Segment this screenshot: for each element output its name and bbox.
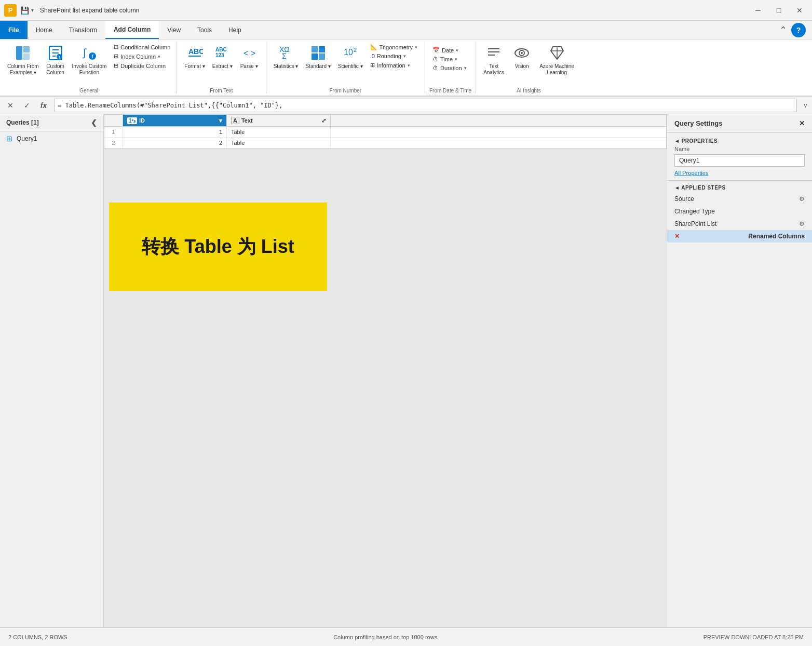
time-button[interactable]: ⏱ Time ▾ [429, 55, 470, 63]
status-bar: 2 COLUMNS, 2 ROWS Column profiling based… [0, 627, 812, 646]
svg-rect-21 [312, 53, 318, 60]
text-col-header[interactable]: A Text ⤢ [227, 115, 331, 126]
text-analytics-button[interactable]: TextAnalytics [480, 42, 507, 78]
formula-cancel-button[interactable]: ✕ [4, 99, 17, 112]
index-column-button[interactable]: ⊞ Index Column ▾ [111, 52, 173, 61]
id-col-header[interactable]: 1²₃ ID ▾ [123, 115, 227, 126]
menu-tools[interactable]: Tools [189, 21, 220, 39]
svg-rect-22 [319, 53, 325, 60]
custom-column-button[interactable]: f CustomColumn [43, 42, 68, 78]
collapse-ribbon-icon[interactable]: ⌃ [779, 24, 787, 36]
rounding-button[interactable]: .0 Rounding ▾ [367, 52, 421, 60]
information-icon: ⊞ [370, 62, 375, 69]
ribbon-group-from-number: XΩ Σ Statistics ▾ Standard ▾ [266, 42, 425, 93]
maximize-button[interactable]: □ [770, 3, 787, 18]
step-source[interactable]: Source ⚙ [667, 193, 812, 205]
step-sharepoint-list-gear-icon[interactable]: ⚙ [799, 220, 805, 227]
statistics-icon: XΩ Σ [277, 44, 295, 62]
svg-text:∫: ∫ [83, 47, 87, 59]
from-text-buttons: ABC Format ▾ ABC 123 Extract ▾ [181, 42, 261, 88]
status-columns-rows: 2 COLUMNS, 2 ROWS [8, 634, 67, 640]
statistics-button[interactable]: XΩ Σ Statistics ▾ [270, 42, 302, 72]
minimize-button[interactable]: ─ [750, 3, 766, 18]
information-button[interactable]: ⊞ Information ▾ [367, 61, 421, 70]
svg-rect-1 [23, 46, 30, 52]
step-changed-type[interactable]: Changed Type [667, 205, 812, 218]
date-icon: 📅 [432, 47, 440, 53]
formula-expand-icon[interactable]: ∨ [803, 102, 808, 109]
parse-button[interactable]: < > Parse ▾ [237, 42, 262, 72]
format-button[interactable]: ABC Format ▾ [181, 42, 208, 72]
step-renamed-columns-error-icon: ✕ [674, 233, 680, 240]
query-settings-header: Query Settings ✕ [667, 114, 812, 133]
menu-add-column[interactable]: Add Column [105, 21, 159, 39]
svg-text:ABC: ABC [188, 47, 203, 56]
step-source-gear-icon[interactable]: ⚙ [799, 195, 805, 203]
duplicate-column-label: Duplicate Column [120, 63, 166, 69]
table-row: 2 2 Table [104, 138, 666, 149]
save-icon[interactable]: 💾 [20, 6, 29, 15]
formula-confirm-button[interactable]: ✓ [21, 99, 33, 112]
text-expand-icon[interactable]: ⤢ [321, 117, 326, 124]
id-cell: 1 [123, 127, 227, 137]
trigonometry-button[interactable]: 📐 Trigonometry ▾ [367, 43, 421, 51]
queries-collapse-button[interactable]: ❮ [91, 118, 97, 127]
ribbon-group-from-text: ABC Format ▾ ABC 123 Extract ▾ [177, 42, 266, 93]
extract-label: Extract ▾ [212, 63, 233, 70]
menu-file[interactable]: File [0, 21, 28, 39]
name-input[interactable] [674, 154, 805, 167]
id-type-icon: 1²₃ [127, 117, 137, 124]
index-column-icon: ⊞ [114, 53, 118, 60]
svg-text:123: 123 [215, 52, 224, 58]
invoke-custom-function-button[interactable]: ∫ f Invoke CustomFunction [69, 42, 110, 78]
menu-bar: File Home Transform Add Column View Tool… [0, 21, 812, 39]
svg-rect-2 [23, 53, 30, 60]
duration-button[interactable]: ⏱ Duration ▾ [429, 64, 470, 72]
step-changed-type-label: Changed Type [674, 208, 715, 215]
applied-steps-list: Source ⚙ Changed Type SharePoint List ⚙ … [667, 193, 812, 243]
formula-fx-button[interactable]: fx [37, 99, 50, 112]
id-filter-icon[interactable]: ▾ [219, 117, 222, 124]
title-dropdown[interactable]: ▾ [31, 7, 34, 13]
duration-icon: ⏱ [432, 65, 438, 71]
query1-item[interactable]: ⊞ Query1 [0, 131, 103, 146]
step-renamed-columns[interactable]: ✕ Renamed Columns [667, 230, 812, 243]
scientific-button[interactable]: 10 2 Scientific ▾ [335, 42, 366, 72]
help-icon[interactable]: ? [791, 23, 806, 37]
column-from-examples-label: Column FromExamples ▾ [7, 63, 39, 76]
grid-header: 1²₃ ID ▾ A Text ⤢ [104, 115, 666, 127]
menu-view[interactable]: View [159, 21, 189, 39]
formula-bar: ✕ ✓ fx = Table.RenameColumns(#"SharePoin… [0, 97, 812, 114]
conditional-column-button[interactable]: ⊡ Conditional Column [111, 43, 173, 51]
svg-point-30 [521, 52, 523, 54]
svg-rect-0 [16, 46, 22, 60]
data-grid: 1²₃ ID ▾ A Text ⤢ 1 1 Table 2 2 T [104, 114, 667, 149]
formula-input[interactable]: = Table.RenameColumns(#"SharePoint List"… [54, 99, 797, 112]
standard-icon [309, 44, 328, 62]
standard-button[interactable]: Standard ▾ [302, 42, 333, 72]
all-properties-link[interactable]: All Properties [667, 170, 812, 180]
query1-table-icon: ⊞ [6, 134, 12, 143]
query-settings-close-button[interactable]: ✕ [799, 119, 805, 127]
query1-label: Query1 [17, 135, 37, 142]
azure-ml-button[interactable]: Azure MachineLearning [536, 42, 577, 78]
scientific-label: Scientific ▾ [338, 63, 363, 70]
menu-home[interactable]: Home [28, 21, 61, 39]
svg-text:Σ: Σ [282, 52, 287, 60]
duplicate-column-button[interactable]: ⊟ Duplicate Column [111, 61, 173, 70]
format-icon: ABC [185, 44, 204, 62]
step-source-label: Source [674, 195, 694, 203]
menu-help[interactable]: Help [220, 21, 250, 39]
menu-transform[interactable]: Transform [61, 21, 105, 39]
window-title: SharePoint list expand table column [40, 7, 750, 14]
text-col-label: Text [241, 117, 253, 124]
column-from-examples-button[interactable]: Column FromExamples ▾ [4, 42, 42, 78]
step-sharepoint-list[interactable]: SharePoint List ⚙ [667, 218, 812, 230]
extract-button[interactable]: ABC 123 Extract ▾ [209, 42, 236, 72]
title-bar: P 💾 ▾ SharePoint list expand table colum… [0, 0, 812, 21]
date-button[interactable]: 📅 Date ▾ [429, 46, 470, 55]
duration-dropdown-arrow: ▾ [464, 65, 467, 71]
vision-button[interactable]: Vision [509, 42, 534, 72]
vision-icon [512, 44, 531, 62]
close-button[interactable]: ✕ [791, 3, 808, 18]
